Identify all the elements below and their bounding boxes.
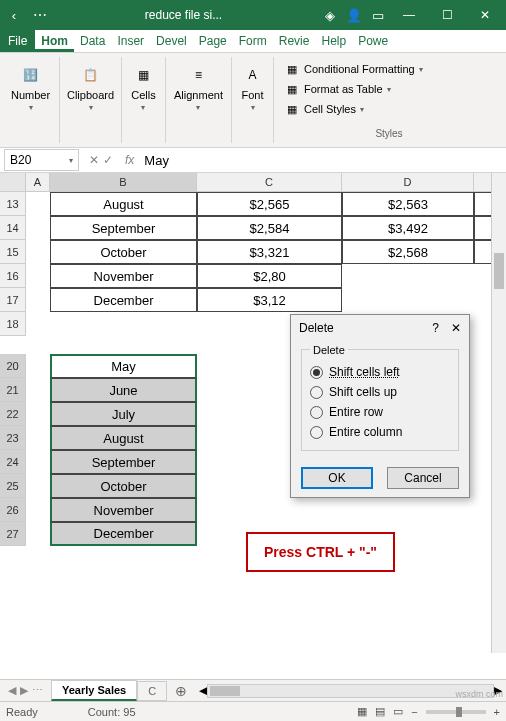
vertical-scrollbar[interactable] (491, 173, 506, 653)
number-icon: 🔢 (19, 63, 43, 87)
cancel-formula-icon[interactable]: ✕ (89, 153, 99, 167)
select-all-corner[interactable] (0, 173, 26, 191)
sheet-nav-prev-icon[interactable]: ◀ (8, 684, 16, 697)
zoom-slider[interactable] (426, 710, 486, 714)
sheet-tab-bar: ◀ ▶ ⋯ Yearly Sales C ⊕ ◀ ▶ (0, 679, 506, 701)
add-sheet-button[interactable]: ⊕ (167, 683, 195, 699)
window-title: reduce file si... (46, 8, 321, 22)
radio-shift-left[interactable]: Shift cells left (310, 362, 450, 382)
ribbon-options-icon[interactable]: ▭ (369, 6, 387, 24)
cells-button[interactable]: ▦ Cells ▾ (129, 59, 157, 116)
col-header-C[interactable]: C (197, 173, 342, 191)
status-count-label: Count: (88, 706, 120, 718)
sheet-nav-next-icon[interactable]: ▶ (20, 684, 28, 697)
view-pagebreak-icon[interactable]: ▭ (393, 705, 403, 718)
instruction-callout: Press CTRL + "-" (246, 532, 395, 572)
table-row: 14 September $2,584 $3,492 (0, 216, 506, 240)
cancel-button[interactable]: Cancel (387, 467, 459, 489)
user-icon[interactable]: 👤 (345, 6, 363, 24)
radio-shift-up[interactable]: Shift cells up (310, 382, 450, 402)
clipboard-button[interactable]: 📋 Clipboard ▾ (65, 59, 116, 116)
number-format-button[interactable]: 🔢 Number ▾ (9, 59, 52, 116)
dialog-close-icon[interactable]: ✕ (451, 321, 461, 335)
ribbon-tabs: File Hom Data Inser Devel Page Form Revi… (0, 30, 506, 53)
watermark: wsxdm com (455, 689, 503, 699)
view-page-icon[interactable]: ▤ (375, 705, 385, 718)
dialog-group-label: Delete (310, 344, 348, 356)
sheet-tab-other[interactable]: C (137, 681, 167, 701)
alignment-button[interactable]: ≡ Alignment ▾ (172, 59, 225, 116)
tab-home[interactable]: Hom (35, 30, 74, 52)
close-button[interactable]: ✕ (469, 0, 501, 30)
tab-formulas[interactable]: Form (233, 30, 273, 52)
tab-power[interactable]: Powe (352, 30, 394, 52)
tab-help[interactable]: Help (315, 30, 352, 52)
sheet-nav-more-icon[interactable]: ⋯ (32, 684, 43, 697)
ok-button[interactable]: OK (301, 467, 373, 489)
quick-access-more-icon[interactable]: ⋯ (33, 7, 46, 23)
chevron-down-icon: ▾ (69, 156, 73, 165)
minimize-button[interactable]: — (393, 0, 425, 30)
chevron-left-icon[interactable]: ‹ (5, 6, 23, 24)
conditional-formatting-button[interactable]: ▦ Conditional Formatting▾ (280, 59, 498, 79)
scroll-left-icon: ◀ (199, 684, 207, 697)
table-row: 16 November $2,80 (0, 264, 506, 288)
format-as-table-button[interactable]: ▦ Format as Table▾ (280, 79, 498, 99)
radio-entire-row[interactable]: Entire row (310, 402, 450, 422)
tab-insert[interactable]: Inser (111, 30, 150, 52)
zoom-out-icon[interactable]: − (411, 706, 417, 718)
font-icon: A (241, 63, 265, 87)
diamond-icon[interactable]: ◈ (321, 6, 339, 24)
tab-review[interactable]: Revie (273, 30, 316, 52)
tab-developer[interactable]: Devel (150, 30, 193, 52)
tab-page[interactable]: Page (193, 30, 233, 52)
col-header-D[interactable]: D (342, 173, 474, 191)
status-count-value: 95 (123, 706, 135, 718)
name-box[interactable]: B20▾ (4, 149, 79, 171)
sheet-tab-active[interactable]: Yearly Sales (51, 680, 137, 701)
tab-data[interactable]: Data (74, 30, 111, 52)
title-bar: ‹ ⋯ reduce file si... ◈ 👤 ▭ — ☐ ✕ (0, 0, 506, 30)
conditional-formatting-icon: ▦ (284, 61, 300, 77)
status-ready: Ready (6, 706, 38, 718)
fx-icon[interactable]: fx (119, 153, 140, 167)
help-icon[interactable]: ? (432, 321, 439, 335)
table-icon: ▦ (284, 81, 300, 97)
cell-styles-icon: ▦ (284, 101, 300, 117)
radio-entire-column[interactable]: Entire column (310, 422, 450, 442)
clipboard-icon: 📋 (79, 63, 103, 87)
ribbon: 🔢 Number ▾ 📋 Clipboard ▾ ▦ Cells ▾ ≡ Ali… (0, 53, 506, 148)
status-bar: Ready Count: 95 ▦ ▤ ▭ − + (0, 701, 506, 721)
cell-styles-button[interactable]: ▦ Cell Styles▾ (280, 99, 498, 119)
delete-dialog: Delete ? ✕ Delete Shift cells left Shift… (290, 314, 470, 498)
zoom-in-icon[interactable]: + (494, 706, 500, 718)
table-row: 13 August $2,565 $2,563 (0, 192, 506, 216)
formula-input[interactable] (140, 153, 506, 168)
maximize-button[interactable]: ☐ (431, 0, 463, 30)
view-normal-icon[interactable]: ▦ (357, 705, 367, 718)
col-header-B[interactable]: B (50, 173, 197, 191)
tab-file[interactable]: File (0, 30, 35, 52)
dialog-title: Delete (299, 321, 334, 335)
enter-formula-icon[interactable]: ✓ (103, 153, 113, 167)
table-row: 15 October $3,321 $2,568 (0, 240, 506, 264)
alignment-icon: ≡ (186, 63, 210, 87)
table-row: 17 December $3,12 (0, 288, 506, 312)
font-button[interactable]: A Font ▾ (239, 59, 267, 116)
table-row: 26 November (0, 498, 506, 522)
cells-icon: ▦ (131, 63, 155, 87)
formula-bar: B20▾ ✕ ✓ fx (0, 148, 506, 173)
col-header-A[interactable]: A (26, 173, 50, 191)
styles-group-label: Styles (375, 128, 402, 141)
